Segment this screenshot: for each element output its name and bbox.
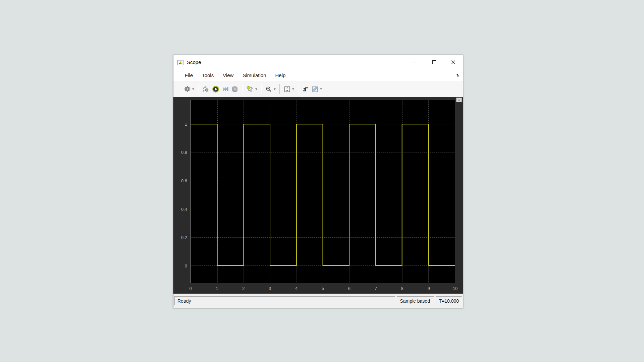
simulation-time-panel: T=10.000 — [436, 296, 462, 305]
menu-file[interactable]: File — [185, 72, 193, 78]
maximize-icon — [432, 60, 436, 64]
close-icon — [451, 60, 455, 64]
gridline-vertical — [455, 100, 455, 283]
dropdown-caret-icon[interactable] — [255, 88, 257, 90]
x-axis-labels: 012345678910 — [191, 286, 455, 291]
measurements-icon — [312, 86, 318, 93]
scope-canvas: 00.20.40.60.81 012345678910 + — [173, 97, 463, 294]
toolbar — [173, 81, 463, 97]
dock-arrow-icon — [455, 73, 460, 77]
y-tick-label: 0 — [185, 263, 187, 268]
highlight-simulink-block-icon — [202, 86, 209, 93]
run-button[interactable] — [211, 83, 221, 95]
cursor-measurements-button[interactable] — [310, 83, 323, 95]
toolbar-separator — [279, 84, 280, 94]
x-tick-label: 2 — [242, 286, 245, 291]
toolbar-separator — [198, 84, 199, 94]
dropdown-caret-icon[interactable] — [192, 88, 194, 90]
x-tick-label: 4 — [295, 286, 298, 291]
y-axis-labels: 00.20.40.60.81 — [173, 100, 189, 283]
close-button[interactable] — [444, 55, 463, 69]
y-tick-label: 0.8 — [181, 150, 187, 155]
trigger-icon — [302, 86, 309, 93]
dropdown-caret-icon[interactable] — [292, 88, 294, 90]
x-tick-label: 5 — [322, 286, 324, 291]
window-title: Scope — [187, 59, 201, 65]
plot-box[interactable] — [191, 100, 455, 283]
configuration-properties-button[interactable] — [183, 83, 196, 95]
menu-view[interactable]: View — [223, 72, 233, 78]
x-tick-label: 1 — [216, 286, 218, 291]
y-tick-label: 0.6 — [181, 178, 187, 183]
signal-polyline — [191, 124, 455, 265]
y-tick-label: 0.2 — [181, 235, 187, 240]
scope-app-icon — [177, 60, 183, 65]
y-tick-label: 1 — [185, 121, 187, 126]
toolbar-separator — [298, 84, 299, 94]
menu-tools[interactable]: Tools — [202, 72, 214, 78]
step-forward-icon — [222, 86, 229, 93]
x-tick-label: 7 — [375, 286, 377, 291]
title-bar: Scope — [173, 55, 463, 69]
maximize-button[interactable] — [425, 55, 444, 69]
fit-to-view-icon — [284, 86, 290, 93]
gear-icon — [184, 86, 191, 92]
desktop: { "window": { "title": "Scope" }, "title… — [0, 0, 644, 362]
menu-bar: File Tools View Simulation Help — [173, 69, 463, 81]
zoom-button[interactable] — [264, 83, 277, 95]
y-tick-label: 0.4 — [181, 206, 187, 212]
toolbar-separator — [261, 84, 262, 94]
dropdown-caret-icon[interactable] — [274, 88, 276, 90]
signal-trace — [191, 100, 455, 283]
zoom-in-icon — [265, 86, 272, 93]
scope-window: Scope File Tools View Simulation Help — [173, 55, 463, 308]
x-tick-label: 6 — [348, 286, 351, 291]
menu-simulation[interactable]: Simulation — [243, 72, 266, 78]
expand-plot-button[interactable]: + — [456, 98, 462, 102]
fit-to-view-button[interactable] — [282, 83, 296, 95]
x-tick-label: 3 — [269, 286, 271, 291]
x-tick-label: 10 — [453, 286, 458, 291]
x-tick-label: 8 — [401, 286, 404, 291]
x-tick-label: 0 — [189, 286, 192, 291]
signal-selector-icon — [246, 86, 254, 93]
signal-selector-button[interactable] — [245, 83, 259, 95]
dropdown-caret-icon[interactable] — [320, 88, 322, 90]
sample-mode-panel: Sample based — [397, 296, 434, 305]
run-icon — [212, 85, 219, 93]
stop-icon — [231, 86, 238, 93]
stop-button[interactable] — [230, 83, 239, 95]
status-message: Ready — [174, 296, 395, 305]
menu-help[interactable]: Help — [275, 72, 286, 78]
x-tick-label: 9 — [427, 286, 430, 291]
minimize-icon — [413, 62, 417, 62]
dock-button[interactable] — [455, 73, 460, 77]
status-bar: Ready Sample based T=10.000 — [173, 294, 463, 308]
minimize-button[interactable] — [406, 55, 425, 69]
window-controls — [406, 55, 463, 69]
highlight-simulink-block-button[interactable] — [201, 83, 211, 95]
trigger-button[interactable] — [301, 83, 310, 95]
step-forward-button[interactable] — [221, 83, 230, 95]
toolbar-separator — [242, 84, 243, 94]
